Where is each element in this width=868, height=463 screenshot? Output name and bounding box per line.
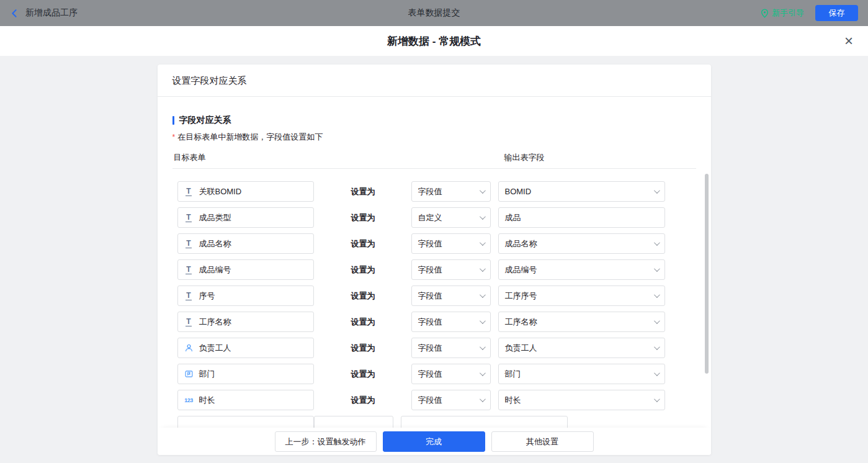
custom-value-input[interactable]: 成品	[498, 207, 665, 228]
field-mapping-row: 123 时长 设置为 字段值 时长	[177, 390, 696, 410]
department-icon	[185, 370, 193, 378]
column-output-fields: 输出表字段	[504, 152, 545, 163]
text-field-icon: T	[186, 318, 191, 326]
column-target-form: 目标表单	[174, 152, 206, 163]
output-field-select[interactable]: 部门	[498, 364, 665, 384]
output-field-select[interactable]: 时长	[498, 390, 665, 410]
previous-step-button[interactable]: 上一步：设置触发动作	[275, 431, 377, 452]
done-button[interactable]: 完成	[383, 431, 485, 452]
chevron-down-icon	[653, 266, 660, 272]
target-field-box[interactable]: T 工序名称	[177, 312, 314, 332]
chevron-down-icon	[479, 318, 485, 324]
target-field-label: 成品名称	[199, 238, 231, 249]
chevron-down-icon	[479, 344, 485, 350]
set-as-label: 设置为	[351, 369, 411, 380]
back-button[interactable]	[10, 9, 19, 18]
field-mapping-row: T 成品编号 设置为 字段值 成品编号	[177, 259, 696, 280]
panel-footer: 上一步：设置触发动作 完成 其他设置	[158, 428, 711, 455]
target-field-label: 时长	[199, 395, 215, 406]
column-headers: 目标表单 输出表字段	[172, 150, 696, 169]
target-field-label: 工序名称	[199, 317, 231, 328]
beginner-guide-label: 新手引导	[772, 7, 804, 19]
set-as-label: 设置为	[351, 212, 411, 223]
field-mapping-row: 部门 设置为 字段值 部门	[177, 364, 696, 384]
modal-header: 新增数据 - 常规模式 ×	[0, 26, 868, 56]
chevron-down-icon	[653, 240, 660, 246]
set-as-label: 设置为	[351, 395, 411, 406]
value-mode-select[interactable]: 字段值	[411, 233, 491, 254]
required-mark: *	[172, 133, 176, 142]
set-as-label: 设置为	[351, 317, 411, 328]
target-field-label: 成品编号	[199, 264, 231, 276]
set-as-label: 设置为	[351, 264, 411, 276]
output-field-select[interactable]: 负责工人	[498, 338, 665, 358]
text-field-icon: T	[186, 240, 191, 248]
value-mode-select[interactable]: 字段值	[411, 364, 491, 384]
topbar: 新增成品工序 表单数据提交 新手引导 保存	[0, 0, 868, 26]
target-field-box[interactable]: T 序号	[177, 285, 314, 306]
target-field-box[interactable]: T 成品名称	[177, 233, 314, 254]
target-field-label: 关联BOMID	[199, 186, 242, 197]
location-pin-icon	[761, 9, 769, 18]
output-field-select[interactable]	[401, 416, 568, 428]
close-icon[interactable]: ×	[844, 34, 853, 48]
chevron-down-icon	[653, 396, 660, 402]
text-field-icon: T	[186, 292, 191, 300]
target-field-box[interactable]: 负责工人	[177, 338, 314, 358]
value-mode-select[interactable]	[314, 416, 393, 428]
target-field-box[interactable]: 部门	[177, 364, 314, 384]
target-field-label: 部门	[199, 369, 215, 380]
output-field-select[interactable]: BOMID	[498, 181, 665, 202]
chevron-down-icon	[479, 187, 485, 194]
output-field-select[interactable]: 成品编号	[498, 259, 665, 280]
value-mode-select[interactable]: 字段值	[411, 259, 491, 280]
text-field-icon: T	[186, 266, 191, 274]
value-mode-select[interactable]: 字段值	[411, 181, 491, 202]
section-description: *在目标表单中新增数据，字段值设置如下	[172, 132, 696, 143]
value-mode-select[interactable]: 字段值	[411, 390, 491, 410]
section-marker	[172, 116, 174, 125]
number-field-icon: 123	[184, 397, 193, 403]
target-field-box[interactable]: 123 时长	[177, 390, 314, 410]
mapping-rows: T 关联BOMID 设置为 字段值 BOMID T 成品类型	[172, 181, 696, 428]
value-mode-select[interactable]: 字段值	[411, 312, 491, 332]
value-mode-select[interactable]: 字段值	[411, 338, 491, 358]
set-as-label: 设置为	[351, 290, 411, 302]
modal-body: 设置字段对应关系 字段对应关系 *在目标表单中新增数据，字段值设置如下 目标表单…	[0, 65, 868, 463]
workflow-name: 新增成品工序	[25, 7, 78, 19]
chevron-down-icon	[479, 292, 485, 298]
output-field-select[interactable]: 工序序号	[498, 285, 665, 306]
text-field-icon: T	[186, 187, 191, 196]
chevron-down-icon	[479, 370, 485, 376]
chevron-down-icon	[479, 214, 485, 220]
set-as-label: 设置为	[351, 238, 411, 249]
save-button[interactable]: 保存	[815, 5, 858, 21]
value-mode-select[interactable]: 自定义	[411, 207, 491, 228]
chevron-down-icon	[653, 187, 660, 194]
scrollbar-thumb[interactable]	[705, 174, 709, 374]
field-mapping-row: T 成品名称 设置为 字段值 成品名称	[177, 233, 696, 254]
target-field-box[interactable]: T 成品类型	[177, 207, 314, 228]
modal-title: 新增数据 - 常规模式	[387, 34, 481, 48]
output-field-select[interactable]: 工序名称	[498, 312, 665, 332]
field-mapping-panel: 设置字段对应关系 字段对应关系 *在目标表单中新增数据，字段值设置如下 目标表单…	[158, 65, 711, 455]
target-field-label: 序号	[199, 290, 215, 302]
target-field-label: 负责工人	[199, 343, 231, 354]
chevron-left-icon	[10, 9, 19, 18]
chevron-down-icon	[653, 318, 660, 324]
text-field-icon: T	[186, 214, 191, 222]
set-as-label: 设置为	[351, 343, 411, 354]
user-icon	[185, 344, 193, 352]
chevron-down-icon	[653, 292, 660, 298]
target-field-box[interactable]	[177, 416, 314, 428]
value-mode-select[interactable]: 字段值	[411, 285, 491, 306]
target-field-box[interactable]: T 关联BOMID	[177, 181, 314, 202]
output-field-select[interactable]: 成品名称	[498, 233, 665, 254]
beginner-guide-link[interactable]: 新手引导	[761, 7, 804, 19]
target-field-box[interactable]: T 成品编号	[177, 259, 314, 280]
chevron-down-icon	[479, 240, 485, 246]
other-settings-button[interactable]: 其他设置	[491, 431, 594, 452]
topbar-title: 表单数据提交	[0, 7, 868, 19]
field-mapping-row: T 成品类型 设置为 自定义 成品	[177, 207, 696, 228]
field-mapping-row: T 工序名称 设置为 字段值 工序名称	[177, 312, 696, 332]
